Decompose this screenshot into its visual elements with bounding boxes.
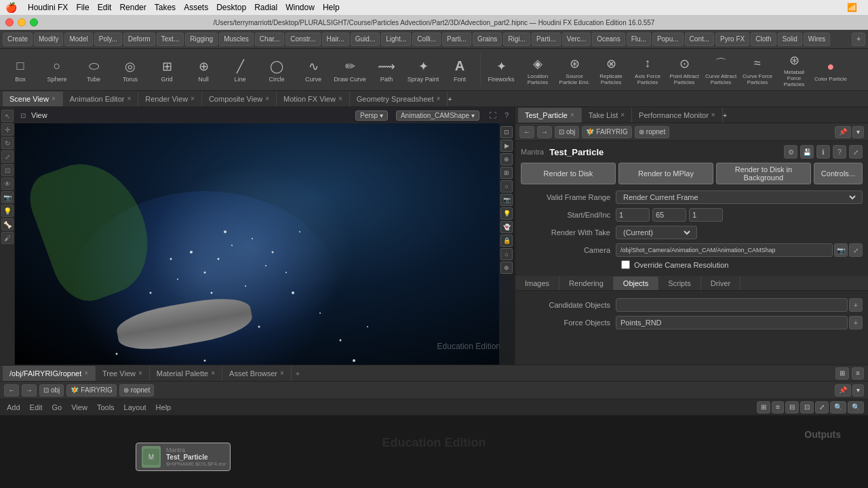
- tab-scene-view[interactable]: Scene View ×: [3, 92, 63, 106]
- force-add-btn[interactable]: +: [849, 316, 863, 329]
- node-view-btn1[interactable]: ⊞: [757, 401, 770, 413]
- gear-icon-btn[interactable]: ⚙: [784, 145, 797, 159]
- menu-takes[interactable]: Takes: [155, 3, 176, 12]
- end-input[interactable]: [652, 208, 686, 222]
- move-tool[interactable]: ✛: [1, 123, 14, 136]
- vp-ghost-btn[interactable]: 👻: [500, 221, 513, 233]
- controls-btn[interactable]: Controls...: [814, 163, 863, 184]
- tool-path[interactable]: ⟿ Path: [369, 51, 404, 89]
- paint-tool[interactable]: 🖌: [1, 232, 14, 244]
- tool-point-attract[interactable]: ⊙ Point Attract Particles: [667, 51, 702, 89]
- down-arrow-btn[interactable]: ▾: [852, 126, 864, 138]
- bottom-tab-asset-browser[interactable]: Asset Browser ×: [222, 366, 292, 381]
- muscles-btn[interactable]: Muscles: [219, 33, 254, 46]
- tool-metaball-force[interactable]: ⊛ Metaball Force Particles: [776, 51, 812, 89]
- edit-menu-btn[interactable]: Edit: [27, 403, 45, 412]
- grains-btn[interactable]: Grains: [473, 33, 502, 46]
- tool-curve-force[interactable]: ≈ Curve Force Particles: [740, 51, 775, 89]
- tab-scripts[interactable]: Scripts: [658, 277, 701, 290]
- tab-render-view-close[interactable]: ×: [191, 95, 195, 102]
- info-icon-btn[interactable]: ℹ: [816, 145, 830, 159]
- menu-radial[interactable]: Radial: [254, 3, 277, 12]
- frame-range-select[interactable]: Render Current Frame Render Frame Range …: [620, 192, 858, 202]
- vp-lock-btn[interactable]: 🔒: [500, 235, 513, 247]
- take-select[interactable]: (Current): [620, 228, 692, 237]
- fullscreen-button[interactable]: [30, 18, 38, 26]
- guid-btn[interactable]: Guid...: [351, 33, 380, 46]
- deform-btn[interactable]: Deform: [123, 33, 155, 46]
- tab-test-particle[interactable]: Test_Particle ×: [518, 108, 582, 123]
- menu-desktop[interactable]: Desktop: [216, 3, 246, 12]
- candidate-add-btn[interactable]: +: [849, 298, 863, 312]
- tool-curve[interactable]: ∿ Curve: [296, 51, 331, 89]
- render-to-disk-btn[interactable]: Render to Disk: [521, 163, 616, 184]
- bottom-panel-options-btn[interactable]: ≡: [852, 367, 864, 380]
- tool-font[interactable]: A Font: [442, 51, 477, 89]
- model-btn[interactable]: Model: [64, 33, 92, 46]
- layout-menu-btn[interactable]: Layout: [121, 403, 149, 412]
- minimize-button[interactable]: [18, 18, 26, 26]
- vp-grid-btn[interactable]: ⊞: [500, 167, 513, 179]
- poly-btn[interactable]: Poly...: [94, 33, 122, 46]
- help-icon-btn[interactable]: ?: [833, 145, 846, 159]
- scale-tool[interactable]: ⤢: [1, 150, 14, 163]
- take-control[interactable]: (Current): [616, 226, 697, 239]
- oceans-btn[interactable]: Oceans: [592, 33, 625, 46]
- tool-replicate[interactable]: ⊗ Replicate Particles: [593, 51, 629, 89]
- close-button[interactable]: [5, 18, 14, 26]
- inc-input[interactable]: [689, 208, 723, 222]
- light-tool[interactable]: 💡: [1, 205, 14, 217]
- colli-btn[interactable]: Colli...: [412, 33, 441, 46]
- view-tool[interactable]: 👁: [1, 178, 14, 190]
- menu-assets[interactable]: Assets: [184, 3, 208, 12]
- help-icon[interactable]: ?: [505, 111, 509, 119]
- menu-render[interactable]: Render: [119, 3, 146, 12]
- node-obj-btn[interactable]: ⊡obj: [39, 384, 64, 396]
- tool-box[interactable]: □ Box: [3, 51, 38, 89]
- tool-circle[interactable]: ◯ Circle: [259, 51, 294, 89]
- node-view-btn2[interactable]: ≡: [772, 401, 784, 413]
- camera-tool[interactable]: 📷: [1, 191, 14, 203]
- add-right-tab-btn[interactable]: +: [723, 111, 727, 119]
- tool-curve-attract[interactable]: ⌒ Curve Attract Particles: [703, 51, 738, 89]
- vp-obj-btn[interactable]: ○: [500, 180, 513, 192]
- node-view-btn3[interactable]: ⊟: [785, 401, 799, 413]
- render-to-mplay-btn[interactable]: Render to MPlay: [618, 163, 713, 184]
- path-forward-btn[interactable]: →: [537, 126, 552, 138]
- tab-render-view[interactable]: Render View ×: [138, 92, 202, 106]
- tool-sphere[interactable]: ○ Sphere: [39, 51, 75, 89]
- tool-spray-paint[interactable]: ✦ Spray Paint: [406, 51, 441, 89]
- tab-performance-monitor[interactable]: Performance Monitor ×: [632, 108, 723, 123]
- tab-images[interactable]: Images: [515, 277, 559, 290]
- constr-btn[interactable]: Constr...: [285, 33, 320, 46]
- bottom-tab-ropnet-close[interactable]: ×: [84, 369, 88, 377]
- camera-input[interactable]: [616, 243, 833, 257]
- render-to-disk-bg-btn[interactable]: Render to Disk in Background: [716, 163, 811, 184]
- select-tool[interactable]: ↖: [1, 110, 14, 122]
- tab-objects[interactable]: Objects: [614, 277, 658, 290]
- node-pin-btn[interactable]: 📌: [835, 384, 851, 396]
- vp-zoom-btn[interactable]: ⊕: [500, 262, 513, 274]
- path-fairyrig-btn[interactable]: 🧚FAIRYRIG: [582, 126, 632, 138]
- vp-home-btn[interactable]: ⌂: [500, 248, 513, 260]
- char-btn[interactable]: Char...: [255, 33, 284, 46]
- tab-scene-view-close[interactable]: ×: [52, 95, 56, 102]
- go-menu-btn[interactable]: Go: [50, 403, 65, 412]
- path-back-btn[interactable]: ←: [519, 126, 534, 138]
- node-forward-btn[interactable]: →: [22, 384, 37, 396]
- node-search-btn[interactable]: 🔍: [848, 401, 864, 413]
- node-fairyrig-btn[interactable]: 🧚FAIRYRIG: [66, 384, 117, 396]
- tool-torus[interactable]: ◎ Torus: [113, 51, 148, 89]
- camera-pick-btn[interactable]: 📷: [834, 243, 848, 257]
- tab-motion-fx[interactable]: Motion FX View ×: [277, 92, 350, 106]
- add-shelf-btn[interactable]: +: [852, 33, 865, 46]
- tool-line[interactable]: ╱ Line: [222, 51, 258, 89]
- parti-btn[interactable]: Parti...: [442, 33, 471, 46]
- menu-file[interactable]: File: [76, 3, 89, 12]
- add-bottom-tab-btn[interactable]: +: [292, 369, 304, 378]
- solid-btn[interactable]: Solid: [778, 33, 802, 46]
- modify-btn[interactable]: Modify: [34, 33, 63, 46]
- rigi-btn[interactable]: Rigi...: [503, 33, 530, 46]
- menu-help[interactable]: Help: [323, 3, 340, 12]
- tab-performance-monitor-close[interactable]: ×: [711, 111, 715, 119]
